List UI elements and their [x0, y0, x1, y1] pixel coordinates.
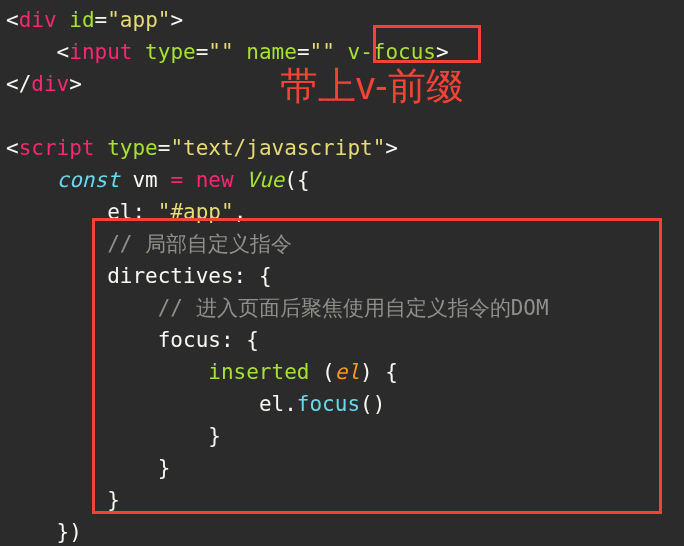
code-block: <div id="app"> <input type="" name="" v-…	[0, 0, 684, 546]
